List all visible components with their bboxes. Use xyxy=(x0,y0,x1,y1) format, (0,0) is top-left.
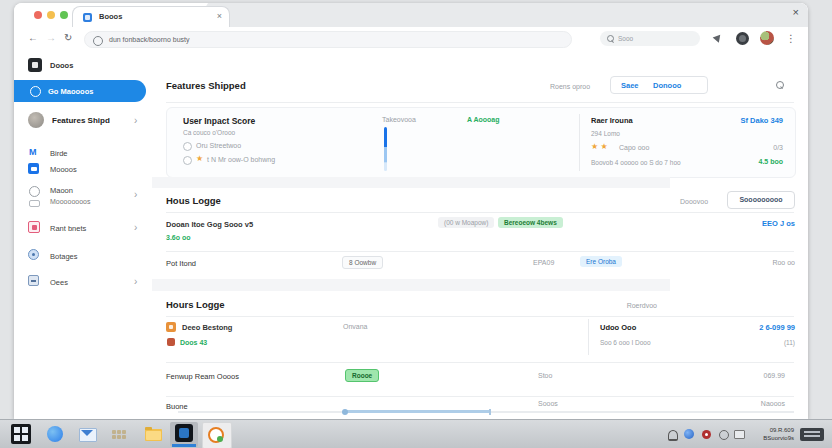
app-name: Dooos xyxy=(50,61,73,70)
section-gap xyxy=(152,177,670,188)
detail-value-link[interactable]: 2 6-099 99 xyxy=(759,323,795,332)
sidebar-item-maoon[interactable]: Maoon Moooooooos › xyxy=(14,184,146,212)
active-app-icon xyxy=(175,424,193,442)
sidebar-item-label: Moooos xyxy=(50,165,77,174)
slider-track[interactable] xyxy=(178,411,794,413)
tray-clock-icon[interactable] xyxy=(719,430,729,440)
site-info-icon[interactable] xyxy=(93,36,103,46)
sidebar-item-botages[interactable]: Botages xyxy=(14,248,146,264)
card-title: User Inpact Score xyxy=(183,116,255,126)
messages-icon xyxy=(30,86,41,97)
notification-bell-icon[interactable] xyxy=(668,430,678,441)
sidebar-item-label: Rant bnets xyxy=(50,224,86,233)
taskbar-explorer-icon[interactable] xyxy=(140,422,168,447)
browser-tab[interactable]: Booos × xyxy=(72,6,230,28)
status-badge: Roooe xyxy=(345,369,379,382)
chevron-right-icon: › xyxy=(134,223,137,233)
divider xyxy=(166,102,794,103)
windows-logo-icon xyxy=(11,424,31,444)
meter-label: Takeovooa xyxy=(382,116,416,123)
taskbar-highlighted-app[interactable] xyxy=(202,422,232,448)
sidebar-item-label: Maoon xyxy=(50,186,73,195)
clock-date: BSuorvio9s xyxy=(750,435,794,443)
sidebar-item-oees[interactable]: Oees › xyxy=(14,274,146,290)
back-button[interactable]: ← xyxy=(28,33,38,43)
row-value: Naooos xyxy=(761,400,785,407)
table-row: Fenwup Ream Oooos Roooe Stoo 069.99 xyxy=(152,363,808,393)
save-action[interactable]: Saee xyxy=(621,81,639,90)
row-mid-text: Sooos xyxy=(538,400,558,407)
sidebar-item-rant[interactable]: Rant bnets › xyxy=(14,220,146,236)
section-search-icon[interactable] xyxy=(776,81,784,89)
divider xyxy=(588,319,589,355)
browser-menu-icon[interactable]: ⋮ xyxy=(786,33,796,44)
detail-sub-value: (11) xyxy=(784,339,795,346)
flag-icon xyxy=(167,338,175,346)
tray-red-icon[interactable] xyxy=(702,430,711,439)
actions-box: Saee Donooo xyxy=(610,76,708,94)
footer-label: Boovob 4 ooooo oo S do 7 hoo xyxy=(591,159,681,166)
active-indicator xyxy=(172,444,196,447)
section-title: Features Shipped xyxy=(166,80,246,91)
taskbar-clock[interactable]: 09.R.609 BSuorvio9s xyxy=(750,427,794,442)
forward-button[interactable]: → xyxy=(46,33,56,43)
row-title: Buone xyxy=(166,402,188,411)
download-action[interactable]: Donooo xyxy=(653,81,681,90)
user-avatar xyxy=(28,112,44,128)
window-close-button[interactable]: × xyxy=(793,6,799,18)
taskbar-active-app[interactable] xyxy=(170,422,198,447)
taskbar-grid-icon[interactable] xyxy=(106,422,134,447)
slider-handle[interactable] xyxy=(342,409,348,415)
extensions-icon[interactable] xyxy=(736,32,749,45)
radio-option-2[interactable] xyxy=(183,156,192,165)
sidebar-item-label: Botages xyxy=(50,252,78,261)
traffic-zoom-button[interactable] xyxy=(60,11,68,19)
sidebar-item-birde[interactable]: M Birde xyxy=(14,146,146,160)
section-note: Roerdvoo xyxy=(627,302,657,309)
row-value-link[interactable]: EEO J os xyxy=(762,219,795,228)
row-value: Roo oo xyxy=(772,259,795,266)
tab-close-icon[interactable]: × xyxy=(217,11,222,21)
start-button[interactable] xyxy=(8,422,36,447)
sidebar-item-selected[interactable]: Go Maoooos xyxy=(14,80,146,102)
url-bar[interactable]: dun fonback/boorno busty xyxy=(84,31,572,48)
table-row: Dooan Itoe Gog Sooo v5 3.6o oo (00 w Moa… xyxy=(152,213,808,250)
impact-score-card: User Inpact Score Ca couco o'Orooo Oru S… xyxy=(166,107,796,178)
section-button[interactable]: Sooooooooo xyxy=(727,191,795,209)
detail-value-link[interactable]: Sf Dako 349 xyxy=(740,116,783,125)
tab-title: Booos xyxy=(99,12,122,21)
pink-square-icon xyxy=(28,221,40,233)
page-content: Dooos Go Maoooos Features Shipd › M Bird… xyxy=(14,50,808,419)
sidebar-item-label: Go Maoooos xyxy=(48,87,93,96)
row-mid-text: EPA09 xyxy=(533,259,554,266)
table-row: Buone Sooos Naooos xyxy=(152,397,808,419)
action-center-icon[interactable] xyxy=(800,428,824,441)
status-badge: 8 Oowbw xyxy=(342,256,383,269)
profile-avatar[interactable] xyxy=(760,31,774,45)
sidebar-item-label: Birde xyxy=(50,149,68,158)
browser-search-box[interactable]: Sooo xyxy=(600,31,700,46)
taskbar-mail-icon[interactable] xyxy=(74,422,102,447)
traffic-close-button[interactable] xyxy=(34,11,42,19)
globe-icon xyxy=(28,249,39,260)
row-title: Fenwup Ream Oooos xyxy=(166,372,239,381)
tray-blue-icon[interactable] xyxy=(684,429,694,439)
detail-line: 294 Lomo xyxy=(591,130,620,137)
small-gray-icon xyxy=(29,200,40,207)
status-badge: Bereoeow 4bews xyxy=(498,217,563,228)
detail-sub: Soo 6 ooo I Dooo xyxy=(600,339,651,346)
sidebar-item-profile[interactable]: Features Shipd › xyxy=(14,110,146,132)
row-title: Dooan Itoe Gog Sooo v5 xyxy=(166,220,253,229)
sidebar-item-moooos[interactable]: Moooos xyxy=(14,162,146,176)
send-to-device-icon[interactable] xyxy=(713,32,724,43)
table-row: Pot Itond 8 Oowbw EPA09 Ere Oroba Roo oo xyxy=(152,252,808,278)
radio-option-1[interactable] xyxy=(183,142,192,151)
search-placeholder: Sooo xyxy=(618,35,633,42)
taskbar-browser-icon[interactable] xyxy=(42,422,70,447)
tray-window-icon[interactable] xyxy=(734,430,745,439)
reload-button[interactable]: ↻ xyxy=(64,33,72,43)
traffic-minimize-button[interactable] xyxy=(47,11,55,19)
bug-icon xyxy=(166,322,176,332)
detail-title: Raer Irouna xyxy=(591,116,633,125)
clock-time: 09.R.609 xyxy=(750,427,794,435)
